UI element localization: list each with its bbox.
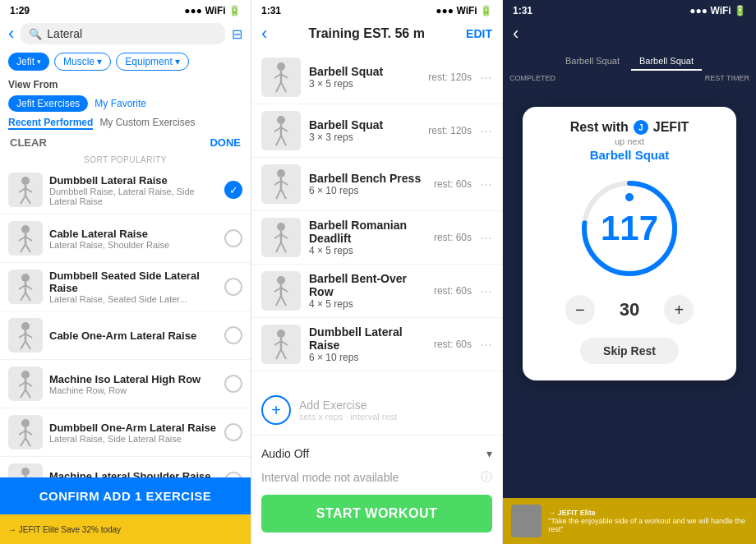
table-row[interactable]: Barbell Romanian Deadlift4 × 5 repsrest:… (251, 211, 502, 265)
workout-info: Dumbbell Lateral Raise6 × 10 reps (309, 325, 426, 363)
time-1: 1:29 (10, 5, 30, 16)
sub-tabs: Recent Performed My Custom Exercises (0, 115, 251, 133)
panel3-ad-banner[interactable]: → JEFIT Elite "Take the enjoyable side o… (503, 498, 756, 544)
table-row[interactable]: Barbell Squat3 × 5 repsrest: 120s··· (251, 51, 502, 104)
tab-jefit-exercises[interactable]: Jefit Exercises (8, 95, 88, 112)
svg-point-36 (21, 419, 30, 427)
exercise-name: Machine Iso Lateral High Row (49, 373, 218, 385)
workout-name: Dumbbell Lateral Raise (309, 325, 426, 352)
confirm-add-button[interactable]: CONFIRM ADD 1 EXERCISE (0, 477, 251, 514)
svg-point-57 (277, 116, 285, 124)
tag-equipment[interactable]: Equipment ▾ (116, 53, 189, 71)
exercise-select-radio[interactable]: ✓ (224, 181, 242, 199)
time-2: 1:31 (261, 5, 281, 16)
exercise-name: Cable One-Arm Lateral Raise (49, 330, 218, 342)
workout-thumbnail (261, 58, 301, 97)
list-item[interactable]: Cable Lateral RaiseLateral Raise, Should… (0, 214, 251, 263)
workout-rest: rest: 60s (434, 232, 472, 243)
list-item[interactable]: Machine Iso Lateral High RowMachine Row,… (0, 360, 251, 408)
exercise-thumbnail (8, 415, 43, 449)
decrease-timer-button[interactable]: − (565, 295, 595, 325)
panel1-ad-banner[interactable]: → JEFIT Elite Save 32% today (0, 514, 251, 544)
skip-rest-button[interactable]: Skip Rest (580, 338, 679, 364)
workout-rest: rest: 60s (434, 285, 472, 297)
workout-list: Barbell Squat3 × 5 repsrest: 120s··· Bar… (251, 51, 502, 385)
status-bar-2: 1:31 ●●● WiFi 🔋 (251, 0, 502, 20)
tag-jefit[interactable]: Jefit ▾ (8, 53, 49, 71)
tab-ex-1[interactable]: Barbell Squat (557, 53, 628, 71)
back-button-2[interactable]: ‹ (261, 23, 267, 44)
audio-chevron[interactable]: ▾ (486, 447, 492, 460)
workout-thumbnail (261, 164, 301, 204)
workout-thumbnail (261, 111, 301, 150)
clear-button[interactable]: CLEAR (10, 136, 47, 149)
workout-more-button[interactable]: ··· (480, 176, 492, 193)
tab-my-favorite[interactable]: My Favorite (94, 95, 146, 112)
exercise-tags: Lateral Raise, Shoulder Raise (49, 240, 218, 250)
back-button-1[interactable]: ‹ (8, 23, 14, 44)
audio-row: Audio Off ▾ (261, 442, 492, 465)
workout-more-button[interactable]: ··· (480, 283, 492, 300)
status-bar-1: 1:29 ●●● WiFi 🔋 (0, 0, 251, 20)
filter-icon[interactable]: ⊟ (232, 26, 242, 42)
list-item[interactable]: Cable One-Arm Lateral Raise (0, 311, 251, 360)
edit-button[interactable]: EDIT (466, 27, 492, 40)
jefit-logo: J (634, 120, 648, 135)
panel-search: 1:29 ●●● WiFi 🔋 ‹ 🔍 Lateral ⊟ Jefit ▾ Mu… (0, 0, 251, 544)
list-item[interactable]: Dumbbell Seated Side Lateral RaiseLatera… (0, 263, 251, 311)
exercise-info: Dumbbell Seated Side Lateral RaiseLatera… (49, 270, 218, 304)
list-item[interactable]: Dumbbell One-Arm Lateral RaiseLateral Ra… (0, 408, 251, 457)
workout-more-button[interactable]: ··· (480, 336, 492, 353)
tab-my-custom[interactable]: My Custom Exercises (99, 117, 195, 130)
add-exercise-circle[interactable]: + (261, 395, 291, 425)
workout-more-button[interactable]: ··· (480, 229, 492, 247)
exercise-select-radio[interactable] (224, 326, 242, 344)
exercise-tags: Dumbbell Raise, Lateral Raise, Side Late… (49, 187, 218, 206)
timer-value: 117 (601, 209, 658, 248)
svg-point-78 (277, 276, 285, 284)
list-item[interactable]: Dumbbell Lateral RaiseDumbbell Raise, La… (0, 166, 251, 214)
svg-point-71 (277, 223, 285, 231)
interval-info-icon[interactable]: ⓘ (481, 470, 492, 485)
list-item[interactable]: Machine Lateral Shoulder RaiseShoulder R… (0, 457, 251, 477)
svg-point-8 (21, 225, 30, 233)
exercise-select-radio[interactable] (224, 375, 242, 393)
done-button[interactable]: DONE (210, 136, 241, 149)
back-button-3[interactable]: ‹ (513, 23, 519, 44)
start-workout-button[interactable]: START WORKOUT (261, 495, 492, 532)
filter-tags: Jefit ▾ Muscle ▾ Equipment ▾ (0, 49, 251, 74)
svg-point-22 (21, 322, 30, 330)
workout-more-button[interactable]: ··· (480, 69, 492, 86)
exercise-select-radio[interactable] (224, 472, 242, 477)
table-row[interactable]: Barbell Bench Press6 × 10 repsrest: 60s·… (251, 158, 502, 211)
interval-row: Interval mode not available ⓘ (261, 465, 492, 490)
add-exercise-row[interactable]: + Add Exercise sets x reps · interval re… (251, 385, 502, 435)
search-box[interactable]: 🔍 Lateral (21, 23, 225, 44)
table-row[interactable]: Barbell Bent-Over Row4 × 5 repsrest: 60s… (251, 265, 502, 318)
exercise-thumbnail (8, 270, 43, 304)
exercise-select-radio[interactable] (224, 423, 242, 441)
workout-more-button[interactable]: ··· (480, 122, 492, 140)
search-input[interactable]: Lateral (47, 27, 217, 40)
svg-point-85 (277, 330, 285, 338)
exercise-select-radio[interactable] (224, 229, 242, 247)
workout-topbar: ‹ Training EST. 56 m EDIT (251, 20, 502, 51)
workout-sets: 4 × 5 reps (309, 298, 426, 310)
tab-ex-2[interactable]: Barbell Squat (631, 53, 702, 71)
ad-logo: → JEFIT Elite (548, 509, 748, 517)
exercise-tags: Lateral Raise, Side Lateral Raise (49, 434, 218, 444)
exercise-name: Machine Lateral Shoulder Raise (49, 470, 218, 478)
workout-sets: 4 × 5 reps (309, 245, 426, 256)
table-row[interactable]: Barbell Squat3 × 3 repsrest: 120s··· (251, 104, 502, 158)
timer-seconds: 30 (620, 299, 639, 320)
exercise-thumbnail (8, 173, 43, 207)
increase-timer-button[interactable]: + (664, 295, 694, 325)
tag-muscle[interactable]: Muscle ▾ (54, 53, 111, 71)
tab-recent-performed[interactable]: Recent Performed (8, 117, 93, 130)
exercise-thumbnail (8, 463, 43, 477)
table-row[interactable]: Dumbbell Lateral Raise6 × 10 repsrest: 6… (251, 318, 502, 371)
exercise-tags: Lateral Raise, Seated Side Later... (49, 294, 218, 304)
workout-rest: rest: 60s (434, 339, 472, 350)
exercise-select-radio[interactable] (224, 278, 242, 296)
exercise-name: Cable Lateral Raise (49, 228, 218, 240)
